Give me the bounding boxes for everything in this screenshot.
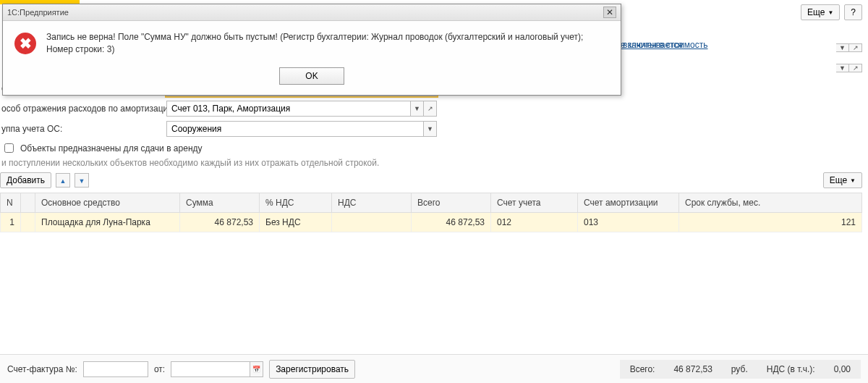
col-blank (21, 193, 35, 213)
invoice-date-input[interactable] (171, 361, 250, 377)
top-right-actions: Еще ▼ ? (801, 4, 862, 20)
invoice-label: Счет-фактура №: (7, 364, 77, 374)
chevron-down-icon[interactable]: ▼ (424, 121, 437, 137)
group-label: уппа учета ОС: (0, 124, 166, 134)
error-icon: ✖ (14, 33, 36, 54)
lease-checkbox-label: Объекты предназначены для сдачи в аренду (20, 143, 203, 153)
lease-checkbox[interactable] (4, 143, 14, 153)
help-button[interactable]: ? (844, 4, 862, 20)
col-term: Срок службы, мес. (679, 193, 862, 213)
col-acc: Счет учета (491, 193, 578, 213)
chevron-down-icon[interactable]: ▼ (411, 101, 424, 117)
col-asset: Основное средство (35, 193, 180, 213)
table-row[interactable]: 1 Площадка для Луна-Парка 46 872,53 Без … (1, 213, 862, 232)
total-label: Всего: (630, 364, 655, 374)
open-icon[interactable]: ↗ (849, 64, 862, 72)
add-button[interactable]: Добавить (0, 172, 51, 188)
from-label: от: (154, 364, 165, 374)
totals-panel: Всего: 46 872,53 руб. НДС (в т.ч.): 0,00 (620, 360, 861, 379)
footer-bar: Счет-фактура №: от: 📅 Зарегистрировать В… (0, 354, 868, 383)
cell-term: 121 (679, 213, 862, 232)
col-n: N (1, 193, 21, 213)
move-down-button[interactable] (75, 173, 89, 188)
register-button[interactable]: Зарегистрировать (269, 360, 355, 379)
cell-n: 1 (1, 213, 21, 232)
vat-total-value: 0,00 (834, 364, 851, 374)
cell-amort: 013 (578, 213, 679, 232)
vat-total-label: НДС (в т.ч.): (767, 364, 815, 374)
multi-object-hint: и поступлении нескольких объектов необхо… (0, 158, 862, 168)
dropdown-icon[interactable]: ▼ (836, 43, 849, 52)
more-label: Еще (830, 175, 847, 185)
dialog-message: Запись не верна! Поле "Сумма НУ" должно … (46, 31, 609, 56)
col-sum: Сумма (180, 193, 260, 213)
arrow-down-icon (79, 176, 85, 185)
open-icon[interactable]: ↗ (424, 101, 437, 117)
dropdown-icon[interactable]: ▼ (836, 64, 849, 72)
move-up-button[interactable] (56, 173, 70, 188)
group-combo[interactable]: ▼ (166, 121, 437, 137)
more-button-table[interactable]: Еще ▼ (823, 172, 862, 188)
close-icon[interactable]: ✕ (603, 7, 616, 18)
col-total: Всего (412, 193, 491, 213)
currency-label: руб. (731, 364, 748, 374)
amort-label: особ отражения расходов по амортизации: (0, 104, 166, 114)
invoice-number-input[interactable] (83, 361, 148, 377)
col-amort: Счет амортизации (578, 193, 679, 213)
table-header-row: N Основное средство Сумма % НДС НДС Всег… (1, 193, 862, 213)
arrow-up-icon (60, 176, 67, 185)
cell-sum: 46 872,53 (180, 213, 260, 232)
total-value: 46 872,53 (673, 364, 712, 374)
amort-combo[interactable]: ▼ ↗ (166, 101, 437, 117)
chevron-down-icon: ▼ (827, 9, 833, 16)
cell-vat (332, 213, 412, 232)
open-icon[interactable]: ↗ (849, 43, 862, 52)
ok-button[interactable]: OK (279, 67, 344, 85)
dialog-title: 1С:Предприятие (7, 8, 69, 17)
amort-input[interactable] (166, 101, 411, 117)
cell-blank (21, 213, 35, 232)
cell-total: 46 872,53 (412, 213, 491, 232)
more-label: Еще (807, 7, 825, 17)
error-dialog: 1С:Предприятие ✕ ✖ Запись не верна! Поле… (2, 4, 621, 96)
col-vat: НДС (332, 193, 412, 213)
cell-acc: 012 (491, 213, 578, 232)
calendar-icon[interactable]: 📅 (250, 361, 263, 377)
chevron-down-icon: ▼ (850, 177, 856, 184)
col-vatrate: % НДС (260, 193, 332, 213)
cell-asset: Площадка для Луна-Парка (35, 213, 180, 232)
assets-table: N Основное средство Сумма % НДС НДС Всег… (0, 193, 862, 232)
group-input[interactable] (166, 121, 424, 137)
cell-vatrate: Без НДС (260, 213, 332, 232)
more-button-top[interactable]: Еще ▼ (801, 4, 840, 20)
